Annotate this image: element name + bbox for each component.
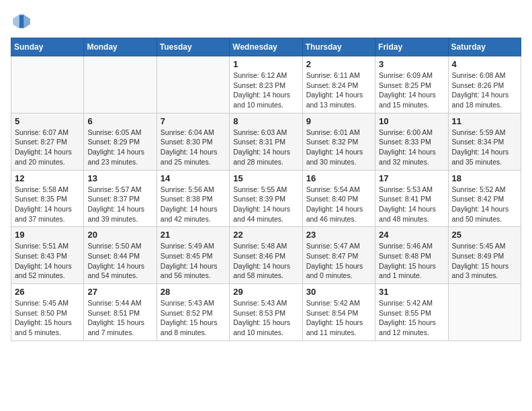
day-info: Sunrise: 6:03 AM Sunset: 8:31 PM Dayligh…: [233, 128, 298, 167]
day-info: Sunrise: 5:43 AM Sunset: 8:52 PM Dayligh…: [161, 298, 226, 338]
day-info: Sunrise: 5:52 AM Sunset: 8:42 PM Dayligh…: [452, 185, 517, 224]
day-info: Sunrise: 5:56 AM Sunset: 8:38 PM Dayligh…: [161, 185, 226, 224]
day-info: Sunrise: 6:08 AM Sunset: 8:26 PM Dayligh…: [452, 71, 517, 110]
calendar-header-row: SundayMondayTuesdayWednesdayThursdayFrid…: [11, 38, 521, 56]
day-info: Sunrise: 5:45 AM Sunset: 8:49 PM Dayligh…: [452, 241, 517, 281]
day-info: Sunrise: 6:09 AM Sunset: 8:25 PM Dayligh…: [379, 71, 444, 110]
calendar-cell: 2Sunrise: 6:11 AM Sunset: 8:24 PM Daylig…: [302, 56, 375, 113]
day-info: Sunrise: 5:53 AM Sunset: 8:41 PM Dayligh…: [379, 185, 444, 224]
day-number: 27: [87, 287, 152, 297]
calendar-week-row: 12Sunrise: 5:58 AM Sunset: 8:35 PM Dayli…: [11, 170, 521, 227]
day-info: Sunrise: 5:43 AM Sunset: 8:53 PM Dayligh…: [233, 298, 298, 338]
day-number: 29: [233, 287, 298, 297]
day-number: 17: [379, 173, 444, 183]
day-number: 26: [15, 287, 80, 297]
day-number: 18: [452, 173, 517, 183]
calendar-week-row: 19Sunrise: 5:51 AM Sunset: 8:43 PM Dayli…: [11, 227, 521, 284]
calendar-cell: 30Sunrise: 5:42 AM Sunset: 8:54 PM Dayli…: [302, 284, 375, 341]
day-number: 8: [233, 116, 298, 126]
calendar-cell: 20Sunrise: 5:50 AM Sunset: 8:44 PM Dayli…: [84, 227, 157, 284]
day-info: Sunrise: 6:11 AM Sunset: 8:24 PM Dayligh…: [306, 71, 371, 110]
day-info: Sunrise: 5:48 AM Sunset: 8:46 PM Dayligh…: [233, 241, 298, 281]
day-number: 10: [379, 116, 444, 126]
day-number: 13: [87, 173, 152, 183]
calendar-cell: 11Sunrise: 5:59 AM Sunset: 8:34 PM Dayli…: [448, 113, 521, 170]
calendar-cell: [84, 56, 157, 113]
day-info: Sunrise: 6:01 AM Sunset: 8:32 PM Dayligh…: [306, 128, 371, 167]
day-of-week-header: Tuesday: [157, 38, 229, 56]
calendar-cell: 7Sunrise: 6:04 AM Sunset: 8:30 PM Daylig…: [157, 113, 229, 170]
day-number: 23: [306, 230, 371, 240]
calendar-cell: 12Sunrise: 5:58 AM Sunset: 8:35 PM Dayli…: [11, 170, 84, 227]
calendar-cell: [448, 284, 521, 341]
logo: [11, 11, 35, 32]
day-number: 24: [379, 230, 444, 240]
day-of-week-header: Sunday: [11, 38, 84, 56]
calendar-cell: 28Sunrise: 5:43 AM Sunset: 8:52 PM Dayli…: [157, 284, 229, 341]
logo-icon: [11, 11, 32, 32]
calendar-cell: 16Sunrise: 5:54 AM Sunset: 8:40 PM Dayli…: [302, 170, 375, 227]
calendar-cell: 26Sunrise: 5:45 AM Sunset: 8:50 PM Dayli…: [11, 284, 84, 341]
day-number: 25: [452, 230, 517, 240]
calendar-week-row: 1Sunrise: 6:12 AM Sunset: 8:23 PM Daylig…: [11, 56, 521, 113]
day-number: 12: [15, 173, 80, 183]
day-number: 7: [161, 116, 226, 126]
day-info: Sunrise: 5:57 AM Sunset: 8:37 PM Dayligh…: [87, 185, 152, 224]
day-number: 28: [161, 287, 226, 297]
day-number: 16: [306, 173, 371, 183]
calendar-cell: 13Sunrise: 5:57 AM Sunset: 8:37 PM Dayli…: [84, 170, 157, 227]
calendar-cell: 8Sunrise: 6:03 AM Sunset: 8:31 PM Daylig…: [230, 113, 302, 170]
day-info: Sunrise: 5:44 AM Sunset: 8:51 PM Dayligh…: [87, 298, 152, 338]
day-number: 3: [379, 59, 444, 69]
calendar-cell: 4Sunrise: 6:08 AM Sunset: 8:26 PM Daylig…: [448, 56, 521, 113]
calendar-cell: 1Sunrise: 6:12 AM Sunset: 8:23 PM Daylig…: [230, 56, 302, 113]
calendar-week-row: 5Sunrise: 6:07 AM Sunset: 8:27 PM Daylig…: [11, 113, 521, 170]
day-number: 14: [161, 173, 226, 183]
calendar-cell: 17Sunrise: 5:53 AM Sunset: 8:41 PM Dayli…: [375, 170, 448, 227]
day-number: 11: [452, 116, 517, 126]
day-info: Sunrise: 5:45 AM Sunset: 8:50 PM Dayligh…: [15, 298, 80, 338]
calendar-cell: 25Sunrise: 5:45 AM Sunset: 8:49 PM Dayli…: [448, 227, 521, 284]
day-info: Sunrise: 5:51 AM Sunset: 8:43 PM Dayligh…: [15, 241, 80, 281]
day-number: 2: [306, 59, 371, 69]
calendar-cell: 18Sunrise: 5:52 AM Sunset: 8:42 PM Dayli…: [448, 170, 521, 227]
day-info: Sunrise: 5:42 AM Sunset: 8:55 PM Dayligh…: [379, 298, 444, 338]
calendar-week-row: 26Sunrise: 5:45 AM Sunset: 8:50 PM Dayli…: [11, 284, 521, 341]
day-number: 19: [15, 230, 80, 240]
day-info: Sunrise: 5:54 AM Sunset: 8:40 PM Dayligh…: [306, 185, 371, 224]
calendar-cell: 15Sunrise: 5:55 AM Sunset: 8:39 PM Dayli…: [230, 170, 302, 227]
day-number: 22: [233, 230, 298, 240]
calendar-cell: 27Sunrise: 5:44 AM Sunset: 8:51 PM Dayli…: [84, 284, 157, 341]
day-number: 4: [452, 59, 517, 69]
calendar-cell: 23Sunrise: 5:47 AM Sunset: 8:47 PM Dayli…: [302, 227, 375, 284]
day-number: 21: [161, 230, 226, 240]
calendar-cell: 19Sunrise: 5:51 AM Sunset: 8:43 PM Dayli…: [11, 227, 84, 284]
day-of-week-header: Friday: [375, 38, 448, 56]
day-number: 15: [233, 173, 298, 183]
day-number: 5: [15, 116, 80, 126]
day-info: Sunrise: 6:07 AM Sunset: 8:27 PM Dayligh…: [15, 128, 80, 167]
page-header: [11, 11, 521, 32]
day-of-week-header: Wednesday: [230, 38, 302, 56]
day-number: 20: [87, 230, 152, 240]
calendar-cell: 3Sunrise: 6:09 AM Sunset: 8:25 PM Daylig…: [375, 56, 448, 113]
day-number: 9: [306, 116, 371, 126]
calendar-cell: 10Sunrise: 6:00 AM Sunset: 8:33 PM Dayli…: [375, 113, 448, 170]
day-number: 30: [306, 287, 371, 297]
calendar-cell: [157, 56, 229, 113]
day-info: Sunrise: 6:05 AM Sunset: 8:29 PM Dayligh…: [87, 128, 152, 167]
day-info: Sunrise: 5:46 AM Sunset: 8:48 PM Dayligh…: [379, 241, 444, 281]
day-info: Sunrise: 5:42 AM Sunset: 8:54 PM Dayligh…: [306, 298, 371, 338]
calendar-cell: 5Sunrise: 6:07 AM Sunset: 8:27 PM Daylig…: [11, 113, 84, 170]
day-info: Sunrise: 6:12 AM Sunset: 8:23 PM Dayligh…: [233, 71, 298, 110]
day-info: Sunrise: 5:58 AM Sunset: 8:35 PM Dayligh…: [15, 185, 80, 224]
calendar-cell: 14Sunrise: 5:56 AM Sunset: 8:38 PM Dayli…: [157, 170, 229, 227]
calendar-cell: 21Sunrise: 5:49 AM Sunset: 8:45 PM Dayli…: [157, 227, 229, 284]
calendar-cell: 29Sunrise: 5:43 AM Sunset: 8:53 PM Dayli…: [230, 284, 302, 341]
calendar-cell: 9Sunrise: 6:01 AM Sunset: 8:32 PM Daylig…: [302, 113, 375, 170]
day-of-week-header: Saturday: [448, 38, 521, 56]
calendar-cell: [11, 56, 84, 113]
day-info: Sunrise: 6:00 AM Sunset: 8:33 PM Dayligh…: [379, 128, 444, 167]
day-of-week-header: Monday: [84, 38, 157, 56]
day-of-week-header: Thursday: [302, 38, 375, 56]
